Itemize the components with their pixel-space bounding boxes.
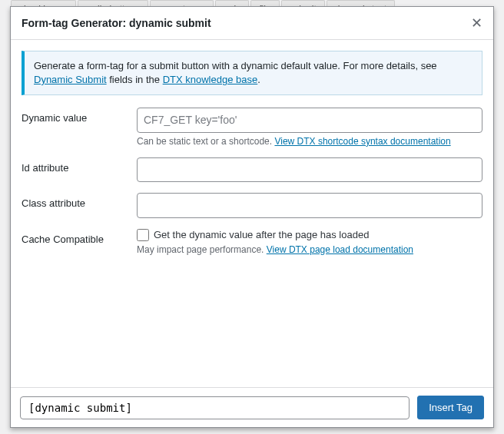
shortcode-docs-link[interactable]: View DTX shortcode syntax documentation: [274, 136, 450, 147]
close-icon[interactable]: ✕: [468, 13, 486, 33]
dynamic-value-input[interactable]: [137, 108, 482, 132]
cache-help: May impact page performance. View DTX pa…: [137, 244, 482, 255]
insert-tag-button[interactable]: Insert Tag: [417, 396, 484, 419]
id-attribute-row: Id attribute: [22, 157, 482, 182]
id-attribute-input[interactable]: [137, 157, 482, 182]
dtx-kb-link[interactable]: DTX knowledge base: [163, 74, 258, 85]
tag-output-input[interactable]: [20, 396, 410, 419]
dynamic-value-help: Can be static text or a shortcode. View …: [137, 136, 482, 147]
cache-compatible-label: Cache Compatible: [22, 229, 137, 245]
dynamic-value-row: Dynamic value Can be static text or a sh…: [22, 108, 482, 146]
class-attribute-label: Class attribute: [22, 193, 137, 209]
class-attribute-input[interactable]: [137, 193, 482, 217]
info-text: fields in the: [107, 74, 163, 85]
modal-title: Form-tag Generator: dynamic submit: [22, 17, 211, 29]
dynamic-submit-link[interactable]: Dynamic Submit: [34, 74, 107, 85]
dynamic-value-label: Dynamic value: [22, 108, 137, 124]
info-box: Generate a form-tag for a submit button …: [22, 51, 482, 95]
form-tag-generator-modal: Form-tag Generator: dynamic submit ✕ Gen…: [10, 6, 494, 428]
modal-header: Form-tag Generator: dynamic submit ✕: [11, 7, 493, 40]
info-text: .: [257, 74, 260, 85]
modal-footer: Insert Tag: [11, 387, 493, 427]
cache-checkbox-label: Get the dynamic value after the page has…: [154, 229, 369, 240]
id-attribute-label: Id attribute: [22, 157, 137, 174]
modal-body: Generate a form-tag for a submit button …: [11, 40, 493, 387]
cache-compatible-checkbox[interactable]: [137, 229, 149, 241]
page-load-docs-link[interactable]: View DTX page load documentation: [267, 244, 413, 255]
cache-compatible-row: Cache Compatible Get the dynamic value a…: [22, 229, 482, 255]
class-attribute-row: Class attribute: [22, 193, 482, 217]
info-text: Generate a form-tag for a submit button …: [34, 60, 437, 71]
